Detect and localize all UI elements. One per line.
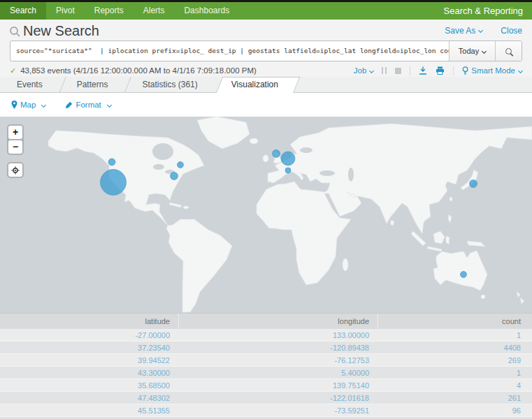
- table-cell-longitude[interactable]: 133.00000: [178, 329, 378, 341]
- table-cell-longitude[interactable]: -76.12753: [178, 354, 378, 366]
- map-bubble[interactable]: [281, 152, 295, 166]
- close-button[interactable]: Close: [501, 26, 522, 36]
- landmass-ireland: [263, 155, 268, 162]
- landmass-cuba: [169, 203, 182, 207]
- landmass-hispaniola: [183, 206, 189, 209]
- result-tabs: EventsPatternsStatistics (361)Visualizat…: [0, 77, 532, 93]
- results-table: latitudelongitudecount -27.00000133.0000…: [0, 313, 532, 419]
- column-header-count[interactable]: count: [378, 314, 532, 329]
- time-range-picker[interactable]: Today: [449, 41, 495, 61]
- table-cell-count[interactable]: 96: [378, 404, 532, 416]
- divider: [410, 66, 410, 75]
- table-cell-latitude[interactable]: 45.51355: [0, 404, 178, 416]
- printer-icon: [436, 66, 445, 75]
- water-caspian-sea: [348, 168, 354, 182]
- landmass-madagascar: [343, 258, 348, 271]
- landmass-philippines: [448, 214, 452, 223]
- search-icon: [505, 48, 512, 54]
- tab-patterns[interactable]: Patterns: [60, 77, 125, 92]
- map-bubble[interactable]: [461, 272, 467, 278]
- table-cell-latitude[interactable]: 43.30000: [0, 367, 178, 378]
- table-cell-count[interactable]: 1: [378, 367, 532, 378]
- search-mode-selector[interactable]: Smart Mode: [462, 66, 522, 75]
- landmass-sri-lanka: [391, 221, 394, 226]
- job-label: Job: [354, 66, 367, 75]
- export-button[interactable]: [419, 66, 427, 75]
- column-header-latitude[interactable]: latitude: [0, 314, 178, 329]
- crosshair-icon: [11, 166, 20, 175]
- map-bubble[interactable]: [108, 159, 115, 166]
- table-cell-count[interactable]: 4408: [378, 341, 532, 353]
- job-success-check-icon: ✓: [10, 66, 16, 75]
- tab-statistics-361[interactable]: Statistics (361): [125, 77, 214, 92]
- landmass-tasmania: [481, 295, 485, 299]
- results-table-body: -27.00000133.00000137.23540-120.89438440…: [0, 329, 532, 419]
- job-menu-button[interactable]: Job: [354, 66, 374, 75]
- events-summary: 43,853 events (4/1/16 12:00:00.000 AM to…: [20, 66, 257, 75]
- map-bubble[interactable]: [273, 150, 280, 158]
- save-as-button[interactable]: Save As: [445, 26, 482, 36]
- nav-item-dashboards[interactable]: Dashboards: [174, 2, 239, 20]
- map-type-button[interactable]: Map: [11, 101, 45, 109]
- table-cell-count[interactable]: 4: [378, 379, 532, 391]
- locate-button[interactable]: [8, 163, 22, 177]
- chevron-down-icon: [107, 102, 112, 107]
- landmass-sulawesi: [446, 236, 450, 244]
- table-cell-longitude[interactable]: 139.75140: [178, 379, 378, 391]
- nav-item-search[interactable]: Search: [0, 2, 46, 20]
- table-row: 37.23540-120.894384408: [0, 341, 532, 354]
- zoom-in-button[interactable]: +: [8, 126, 22, 139]
- table-row: 39.94522-76.12753269: [0, 354, 532, 367]
- stop-icon[interactable]: [395, 68, 401, 74]
- table-cell-longitude[interactable]: -120.89438: [178, 341, 378, 353]
- search-query-input[interactable]: source="*suricata*" | iplocation prefix=…: [10, 41, 449, 61]
- time-range-label: Today: [459, 47, 479, 55]
- print-button[interactable]: [436, 66, 445, 75]
- search-header: New Search Save As Close source="*surica…: [0, 20, 532, 77]
- lightbulb-icon: [462, 66, 468, 75]
- table-cell-latitude[interactable]: -27.00000: [0, 329, 178, 341]
- table-row: 47.48302-122.01618261: [0, 392, 532, 404]
- tab-label: Statistics (361): [142, 80, 197, 89]
- table-cell-longitude[interactable]: -73.59251: [178, 404, 378, 416]
- chevron-down-icon: [369, 68, 374, 73]
- format-button-label: Format: [76, 101, 101, 109]
- column-header-longitude[interactable]: longitude: [178, 314, 378, 329]
- divider: [453, 66, 454, 75]
- map-bubble[interactable]: [178, 162, 184, 168]
- nav-item-reports[interactable]: Reports: [85, 2, 134, 20]
- landmass-new-zealand: [517, 291, 524, 304]
- landmass-north-america: [48, 131, 204, 226]
- table-cell-latitude[interactable]: 39.94522: [0, 354, 178, 366]
- table-row: 43.300005.400001: [0, 367, 532, 379]
- table-cell-longitude[interactable]: -122.01618: [178, 392, 378, 404]
- map-bubble[interactable]: [101, 170, 127, 196]
- table-cell-longitude[interactable]: 5.40000: [178, 367, 378, 378]
- search-submit-button[interactable]: [495, 41, 522, 61]
- table-cell-latitude[interactable]: 35.68500: [0, 379, 178, 391]
- table-row: 35.68500139.751404: [0, 379, 532, 392]
- map-bubble[interactable]: [171, 172, 178, 180]
- nav-item-alerts[interactable]: Alerts: [134, 2, 175, 20]
- table-cell-count[interactable]: 1: [378, 329, 532, 341]
- landmass-sumatra: [411, 231, 426, 246]
- table-cell-latitude[interactable]: 37.23540: [0, 341, 178, 353]
- zoom-out-button[interactable]: −: [8, 140, 22, 154]
- table-cell-latitude[interactable]: 47.48302: [0, 392, 178, 404]
- search-title-icon: [10, 27, 18, 35]
- map-button-label: Map: [20, 101, 36, 109]
- pause-icon[interactable]: [382, 67, 387, 74]
- format-button[interactable]: Format: [65, 101, 110, 109]
- tab-visualization[interactable]: Visualization: [215, 77, 295, 92]
- table-row: 45.51355-73.5925196: [0, 404, 532, 417]
- tab-label: Patterns: [77, 80, 108, 89]
- tab-events[interactable]: Events: [0, 77, 59, 92]
- table-cell-count[interactable]: 261: [378, 392, 532, 404]
- map-bubble[interactable]: [285, 168, 291, 173]
- nav-item-pivot[interactable]: Pivot: [46, 2, 85, 20]
- close-label: Close: [501, 26, 522, 36]
- geostats-map[interactable]: + −: [0, 117, 532, 313]
- tab-label: Visualization: [231, 80, 278, 89]
- table-cell-count[interactable]: 269: [378, 354, 532, 366]
- map-bubble[interactable]: [470, 180, 477, 188]
